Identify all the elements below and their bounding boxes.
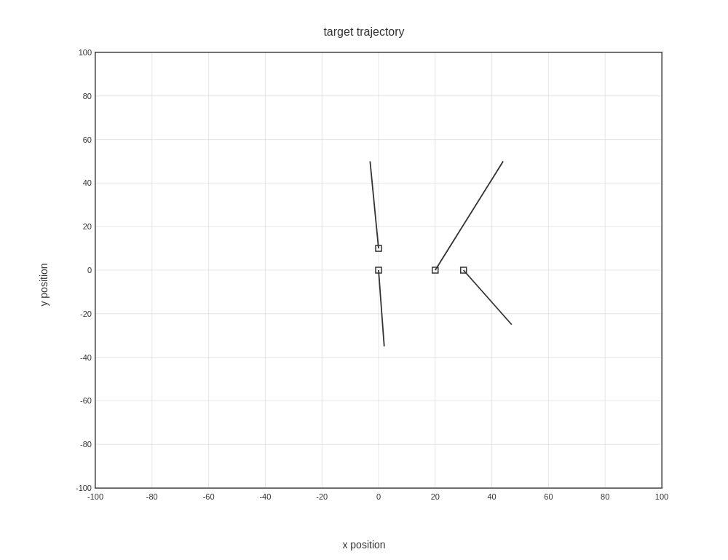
chart-title: target trajectory [51,25,677,39]
svg-text:80: 80 [83,91,92,100]
svg-text:-100: -100 [76,484,92,492]
svg-text:0: 0 [87,266,92,275]
x-axis-label: x position [342,539,385,551]
svg-text:80: 80 [601,492,609,501]
plot-area: -100-80-60-40-20020406080100-100-80-60-4… [95,52,662,489]
chart-container: target trajectory y position x position … [0,0,728,560]
svg-text:20: 20 [83,222,92,231]
svg-text:0: 0 [376,492,381,501]
chart-inner: y position x position -100-80-60-40-2002… [51,44,677,525]
svg-text:100: 100 [655,492,668,501]
svg-text:60: 60 [544,492,553,501]
svg-text:-100: -100 [87,492,103,501]
y-axis-label: y position [38,263,50,306]
svg-text:20: 20 [431,492,440,501]
plot-svg: -100-80-60-40-20020406080100-100-80-60-4… [95,52,662,488]
svg-text:40: 40 [83,178,92,187]
svg-text:-60: -60 [80,396,92,405]
svg-text:-80: -80 [146,492,158,501]
svg-text:60: 60 [83,135,92,143]
chart-wrapper: target trajectory y position x position … [51,25,677,535]
svg-text:-20: -20 [316,492,328,501]
svg-text:100: 100 [79,48,92,57]
svg-text:-40: -40 [80,352,92,361]
svg-text:-60: -60 [203,492,215,501]
svg-text:-40: -40 [259,492,271,501]
svg-text:-20: -20 [80,309,92,318]
svg-text:40: 40 [487,492,496,501]
svg-text:-80: -80 [80,440,92,449]
